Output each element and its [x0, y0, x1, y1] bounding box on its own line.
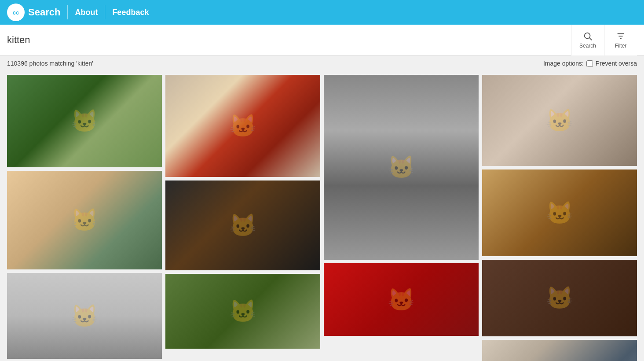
logo-text: Search — [28, 7, 60, 18]
kitten-image-7: 🐱 — [7, 273, 162, 359]
list-item[interactable]: 🐱 — [165, 274, 320, 349]
prevent-overlap-label: Prevent oversa — [596, 60, 637, 67]
search-actions: Search Filter — [571, 25, 637, 55]
kitten-image-10: 🐱 — [324, 263, 479, 336]
kitten-image-3: 🐱 — [324, 75, 479, 260]
kitten-image-12: 🐱 — [482, 340, 637, 361]
image-grid: 🐱 🐱 🐱 🐱 🐱 🐱 🐱 🐱 — [0, 71, 644, 361]
image-options: Image options: Prevent oversa — [543, 60, 637, 67]
cc-logo-icon: cc — [7, 4, 25, 21]
feedback-link[interactable]: Feedback — [112, 8, 149, 17]
image-options-label: Image options: — [543, 60, 584, 67]
kitten-image-8: 🐱 — [482, 169, 637, 256]
list-item[interactable]: 🐱 — [324, 75, 479, 260]
kitten-image-1: 🐱 — [7, 75, 162, 167]
list-item[interactable]: 🐱 — [482, 75, 637, 166]
filter-button[interactable]: Filter — [604, 25, 637, 55]
list-item[interactable]: 🐱 — [482, 260, 637, 336]
list-item[interactable]: 🐱 — [165, 180, 320, 270]
list-item[interactable]: 🐱 — [7, 75, 162, 167]
list-item[interactable]: 🐱 — [7, 273, 162, 359]
search-input[interactable] — [7, 34, 571, 46]
logo-link[interactable]: cc Search — [7, 4, 60, 21]
filter-icon — [616, 31, 626, 41]
kitten-image-4: 🐱 — [482, 75, 637, 166]
search-bar: Search Filter — [0, 25, 644, 55]
results-count: 110396 photos matching 'kitten' — [7, 60, 93, 67]
about-link[interactable]: About — [75, 8, 98, 17]
header-divider-2 — [105, 5, 105, 19]
search-icon — [583, 31, 593, 41]
search-button[interactable]: Search — [571, 25, 604, 55]
kitten-image-5: 🐱 — [7, 171, 162, 269]
list-item[interactable]: 🐱 — [482, 340, 637, 361]
list-item[interactable]: 🐱 — [324, 263, 479, 336]
site-header: cc Search About Feedback — [0, 0, 644, 25]
kitten-image-6: 🐱 — [165, 180, 320, 270]
list-item[interactable]: 🐱 — [482, 169, 637, 256]
header-divider — [67, 5, 68, 19]
results-bar: 110396 photos matching 'kitten' Image op… — [0, 55, 644, 71]
list-item[interactable]: 🐱 — [7, 171, 162, 269]
list-item[interactable]: 🐱 — [165, 75, 320, 177]
svg-line-1 — [589, 38, 592, 40]
kitten-image-9: 🐱 — [482, 260, 637, 336]
kitten-image-2: 🐱 — [165, 75, 320, 177]
svg-point-0 — [585, 33, 590, 38]
kitten-image-11: 🐱 — [165, 274, 320, 349]
prevent-overlap-checkbox[interactable] — [586, 60, 593, 67]
